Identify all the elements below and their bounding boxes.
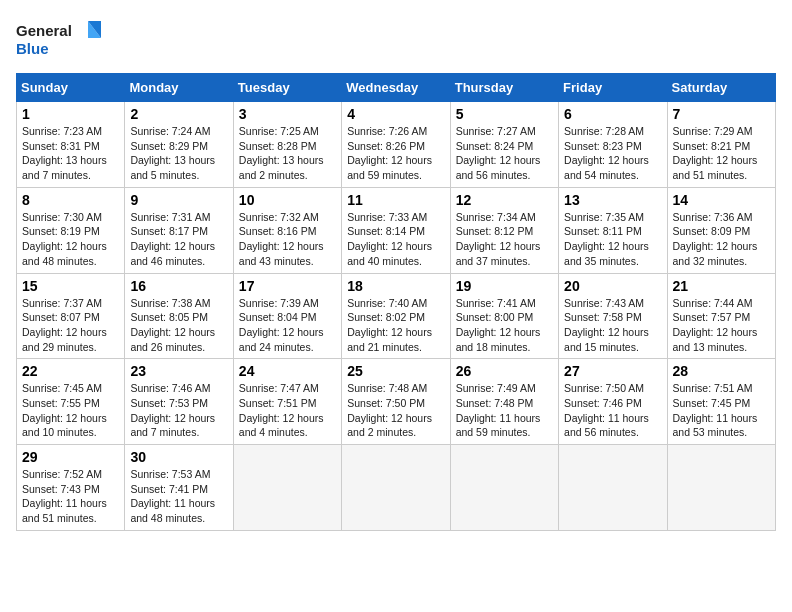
calendar-day-empty — [559, 445, 667, 531]
day-info: Sunrise: 7:26 AMSunset: 8:26 PMDaylight:… — [347, 124, 444, 183]
day-number: 10 — [239, 192, 336, 208]
day-number: 6 — [564, 106, 661, 122]
calendar-week-row: 15Sunrise: 7:37 AMSunset: 8:07 PMDayligh… — [17, 273, 776, 359]
day-number: 8 — [22, 192, 119, 208]
day-number: 23 — [130, 363, 227, 379]
day-number: 4 — [347, 106, 444, 122]
day-info: Sunrise: 7:36 AMSunset: 8:09 PMDaylight:… — [673, 210, 770, 269]
day-header-tuesday: Tuesday — [233, 74, 341, 102]
day-info: Sunrise: 7:30 AMSunset: 8:19 PMDaylight:… — [22, 210, 119, 269]
calendar-table: SundayMondayTuesdayWednesdayThursdayFrid… — [16, 73, 776, 531]
calendar-week-row: 8Sunrise: 7:30 AMSunset: 8:19 PMDaylight… — [17, 187, 776, 273]
calendar-week-row: 1Sunrise: 7:23 AMSunset: 8:31 PMDaylight… — [17, 102, 776, 188]
day-info: Sunrise: 7:38 AMSunset: 8:05 PMDaylight:… — [130, 296, 227, 355]
svg-text:General: General — [16, 22, 72, 39]
calendar-day-27: 27Sunrise: 7:50 AMSunset: 7:46 PMDayligh… — [559, 359, 667, 445]
day-number: 1 — [22, 106, 119, 122]
day-info: Sunrise: 7:35 AMSunset: 8:11 PMDaylight:… — [564, 210, 661, 269]
page-header: General Blue — [16, 16, 776, 61]
calendar-day-28: 28Sunrise: 7:51 AMSunset: 7:45 PMDayligh… — [667, 359, 775, 445]
day-number: 16 — [130, 278, 227, 294]
svg-text:Blue: Blue — [16, 40, 49, 57]
day-number: 18 — [347, 278, 444, 294]
calendar-day-19: 19Sunrise: 7:41 AMSunset: 8:00 PMDayligh… — [450, 273, 558, 359]
calendar-day-21: 21Sunrise: 7:44 AMSunset: 7:57 PMDayligh… — [667, 273, 775, 359]
day-header-wednesday: Wednesday — [342, 74, 450, 102]
day-number: 25 — [347, 363, 444, 379]
day-number: 13 — [564, 192, 661, 208]
day-info: Sunrise: 7:48 AMSunset: 7:50 PMDaylight:… — [347, 381, 444, 440]
day-info: Sunrise: 7:27 AMSunset: 8:24 PMDaylight:… — [456, 124, 553, 183]
calendar-week-row: 29Sunrise: 7:52 AMSunset: 7:43 PMDayligh… — [17, 445, 776, 531]
calendar-day-26: 26Sunrise: 7:49 AMSunset: 7:48 PMDayligh… — [450, 359, 558, 445]
day-number: 7 — [673, 106, 770, 122]
day-info: Sunrise: 7:52 AMSunset: 7:43 PMDaylight:… — [22, 467, 119, 526]
calendar-day-15: 15Sunrise: 7:37 AMSunset: 8:07 PMDayligh… — [17, 273, 125, 359]
day-info: Sunrise: 7:45 AMSunset: 7:55 PMDaylight:… — [22, 381, 119, 440]
day-number: 19 — [456, 278, 553, 294]
calendar-day-16: 16Sunrise: 7:38 AMSunset: 8:05 PMDayligh… — [125, 273, 233, 359]
day-number: 20 — [564, 278, 661, 294]
day-info: Sunrise: 7:28 AMSunset: 8:23 PMDaylight:… — [564, 124, 661, 183]
day-header-thursday: Thursday — [450, 74, 558, 102]
day-info: Sunrise: 7:25 AMSunset: 8:28 PMDaylight:… — [239, 124, 336, 183]
day-info: Sunrise: 7:43 AMSunset: 7:58 PMDaylight:… — [564, 296, 661, 355]
calendar-day-30: 30Sunrise: 7:53 AMSunset: 7:41 PMDayligh… — [125, 445, 233, 531]
day-info: Sunrise: 7:44 AMSunset: 7:57 PMDaylight:… — [673, 296, 770, 355]
calendar-day-7: 7Sunrise: 7:29 AMSunset: 8:21 PMDaylight… — [667, 102, 775, 188]
calendar-day-empty — [233, 445, 341, 531]
calendar-day-11: 11Sunrise: 7:33 AMSunset: 8:14 PMDayligh… — [342, 187, 450, 273]
calendar-day-5: 5Sunrise: 7:27 AMSunset: 8:24 PMDaylight… — [450, 102, 558, 188]
day-header-saturday: Saturday — [667, 74, 775, 102]
day-number: 28 — [673, 363, 770, 379]
calendar-day-13: 13Sunrise: 7:35 AMSunset: 8:11 PMDayligh… — [559, 187, 667, 273]
day-number: 14 — [673, 192, 770, 208]
day-number: 21 — [673, 278, 770, 294]
calendar-day-14: 14Sunrise: 7:36 AMSunset: 8:09 PMDayligh… — [667, 187, 775, 273]
day-number: 5 — [456, 106, 553, 122]
day-info: Sunrise: 7:34 AMSunset: 8:12 PMDaylight:… — [456, 210, 553, 269]
day-number: 24 — [239, 363, 336, 379]
day-number: 30 — [130, 449, 227, 465]
calendar-day-1: 1Sunrise: 7:23 AMSunset: 8:31 PMDaylight… — [17, 102, 125, 188]
day-number: 17 — [239, 278, 336, 294]
day-number: 2 — [130, 106, 227, 122]
day-info: Sunrise: 7:53 AMSunset: 7:41 PMDaylight:… — [130, 467, 227, 526]
calendar-header-row: SundayMondayTuesdayWednesdayThursdayFrid… — [17, 74, 776, 102]
calendar-day-9: 9Sunrise: 7:31 AMSunset: 8:17 PMDaylight… — [125, 187, 233, 273]
day-number: 26 — [456, 363, 553, 379]
calendar-day-25: 25Sunrise: 7:48 AMSunset: 7:50 PMDayligh… — [342, 359, 450, 445]
day-number: 29 — [22, 449, 119, 465]
day-number: 11 — [347, 192, 444, 208]
day-info: Sunrise: 7:37 AMSunset: 8:07 PMDaylight:… — [22, 296, 119, 355]
day-header-friday: Friday — [559, 74, 667, 102]
day-info: Sunrise: 7:51 AMSunset: 7:45 PMDaylight:… — [673, 381, 770, 440]
logo: General Blue — [16, 16, 106, 61]
day-info: Sunrise: 7:40 AMSunset: 8:02 PMDaylight:… — [347, 296, 444, 355]
calendar-day-8: 8Sunrise: 7:30 AMSunset: 8:19 PMDaylight… — [17, 187, 125, 273]
day-info: Sunrise: 7:49 AMSunset: 7:48 PMDaylight:… — [456, 381, 553, 440]
calendar-day-empty — [342, 445, 450, 531]
calendar-day-10: 10Sunrise: 7:32 AMSunset: 8:16 PMDayligh… — [233, 187, 341, 273]
calendar-day-20: 20Sunrise: 7:43 AMSunset: 7:58 PMDayligh… — [559, 273, 667, 359]
calendar-day-24: 24Sunrise: 7:47 AMSunset: 7:51 PMDayligh… — [233, 359, 341, 445]
day-info: Sunrise: 7:50 AMSunset: 7:46 PMDaylight:… — [564, 381, 661, 440]
day-info: Sunrise: 7:41 AMSunset: 8:00 PMDaylight:… — [456, 296, 553, 355]
day-info: Sunrise: 7:32 AMSunset: 8:16 PMDaylight:… — [239, 210, 336, 269]
logo-svg: General Blue — [16, 16, 106, 61]
calendar-day-12: 12Sunrise: 7:34 AMSunset: 8:12 PMDayligh… — [450, 187, 558, 273]
calendar-day-empty — [450, 445, 558, 531]
day-header-monday: Monday — [125, 74, 233, 102]
day-info: Sunrise: 7:33 AMSunset: 8:14 PMDaylight:… — [347, 210, 444, 269]
day-number: 9 — [130, 192, 227, 208]
calendar-day-22: 22Sunrise: 7:45 AMSunset: 7:55 PMDayligh… — [17, 359, 125, 445]
calendar-day-3: 3Sunrise: 7:25 AMSunset: 8:28 PMDaylight… — [233, 102, 341, 188]
day-number: 22 — [22, 363, 119, 379]
day-number: 3 — [239, 106, 336, 122]
calendar-day-empty — [667, 445, 775, 531]
day-info: Sunrise: 7:39 AMSunset: 8:04 PMDaylight:… — [239, 296, 336, 355]
calendar-day-6: 6Sunrise: 7:28 AMSunset: 8:23 PMDaylight… — [559, 102, 667, 188]
day-info: Sunrise: 7:23 AMSunset: 8:31 PMDaylight:… — [22, 124, 119, 183]
day-number: 27 — [564, 363, 661, 379]
day-header-sunday: Sunday — [17, 74, 125, 102]
